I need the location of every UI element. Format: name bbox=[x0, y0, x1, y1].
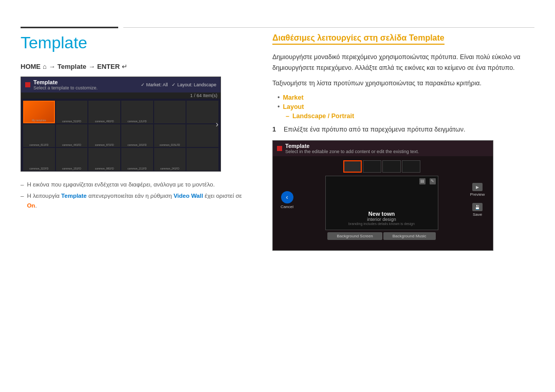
thumb-14[interactable]: common_981FD bbox=[88, 148, 120, 171]
cancel-label: Cancel bbox=[281, 204, 293, 209]
preview-text-overlay: New town interior design branding includ… bbox=[348, 211, 415, 226]
detail-thumbs-row bbox=[343, 160, 420, 173]
thumb-2-label: common_491FD bbox=[89, 120, 120, 123]
section-heading: Διαθέσιμες λειτουργίες στη σελίδα Templa… bbox=[272, 33, 445, 45]
thumb-1[interactable]: common_511FD bbox=[56, 101, 88, 123]
detail-red-square-icon bbox=[277, 146, 282, 151]
thumb-13-label: common_151FD bbox=[57, 167, 87, 170]
detail-header: Template Select in the editable zone to … bbox=[273, 141, 493, 156]
detail-main-area: ▤ ✎ New town interior design branding in… bbox=[301, 156, 462, 244]
sub-dash: – bbox=[286, 113, 289, 120]
thumb-9[interactable]: common_181FD bbox=[121, 124, 153, 147]
note-1-dash: – bbox=[21, 180, 24, 189]
thumb-2[interactable]: common_491FD bbox=[88, 101, 120, 123]
step-1-num: 1 bbox=[272, 126, 280, 133]
bullet-dot-2: • bbox=[278, 103, 280, 110]
thumb-8[interactable]: common_871FD bbox=[88, 124, 120, 147]
layout-label: Layout bbox=[283, 103, 304, 110]
count-bar: 1 / 64 Item(s) bbox=[21, 92, 220, 99]
layout-filter[interactable]: ✓ Layout: Landscape bbox=[172, 82, 216, 87]
landscape-portrait-label: Landscape / Portrait bbox=[292, 113, 354, 120]
next-arrow-button[interactable]: › bbox=[216, 120, 218, 129]
template-preview-image: ▤ ✎ New town interior design branding in… bbox=[325, 176, 438, 230]
template-ui-box: Template Select a template to customize.… bbox=[21, 77, 221, 172]
divider-right bbox=[123, 27, 534, 28]
template-ui-controls: ✓ Market: All ✓ Layout: Landscape bbox=[141, 82, 216, 87]
preview-top-icons: ▤ ✎ bbox=[419, 178, 436, 184]
preview-subtitle: interior design bbox=[348, 217, 415, 222]
thumb-15[interactable]: common_211FD bbox=[121, 148, 153, 171]
preview-label: Preview bbox=[470, 192, 485, 197]
my-template-thumb[interactable]: My template bbox=[23, 101, 55, 123]
right-column: Διαθέσιμες λειτουργίες στη σελίδα Templa… bbox=[272, 33, 534, 251]
template-ui-header: Template Select a template to customize.… bbox=[21, 77, 220, 92]
template-ui-title-text: Template bbox=[33, 79, 98, 85]
note-2-full-text: Η λειτουργία Template απενεργοποιείται ε… bbox=[27, 191, 252, 210]
detail-subtitle-text: Select in the editable zone to add conte… bbox=[285, 149, 419, 154]
template-breadcrumb-link[interactable]: Template bbox=[58, 63, 86, 70]
thumb-1-label: common_511FD bbox=[57, 120, 87, 123]
thumb-10-label: common_015LFD bbox=[155, 143, 186, 146]
detail-thumb-4[interactable] bbox=[402, 160, 420, 173]
market-filter[interactable]: ✓ Market: All bbox=[141, 82, 168, 87]
step-1: 1 Επιλέξτε ένα πρότυπο από τα παρεχόμενα… bbox=[272, 126, 534, 133]
note-2-dash: – bbox=[21, 191, 24, 210]
on-highlight: On bbox=[27, 202, 35, 209]
detail-left-controls: ‹ Cancel bbox=[273, 156, 301, 244]
detail-bottom-bar: Background Screen Background Music bbox=[327, 232, 435, 240]
bullet-list: • Market • Layout – Landscape / Portrait bbox=[278, 94, 534, 120]
thumb-6[interactable]: common_811FD bbox=[23, 124, 55, 147]
breadcrumb-arrow1: → bbox=[49, 63, 55, 70]
thumb-3[interactable]: common_12LFD bbox=[121, 101, 153, 123]
thumb-14-label: common_981FD bbox=[89, 167, 120, 170]
detail-right-controls: ▶ Preview 💾 Save bbox=[462, 156, 493, 244]
left-column: Template HOME ⌂ → Template → ENTER ↵ Tem… bbox=[21, 33, 252, 212]
thumb-4[interactable] bbox=[154, 101, 186, 123]
cancel-button-area[interactable]: ‹ Cancel bbox=[281, 191, 293, 209]
preview-icon-btn: ▶ bbox=[472, 183, 483, 191]
thumb-7[interactable]: common_441FD bbox=[56, 124, 88, 147]
detail-body: ‹ Cancel ▤ ✎ bbox=[273, 156, 493, 244]
divider-left bbox=[21, 27, 118, 28]
thumb-10[interactable]: common_015LFD bbox=[154, 124, 186, 147]
note-2: – Η λειτουργία Template απενεργοποιείται… bbox=[21, 191, 252, 210]
cancel-circle-icon: ‹ bbox=[281, 191, 293, 203]
detail-title-area: Template Select in the editable zone to … bbox=[277, 143, 419, 154]
thumb-16[interactable]: common_241FD bbox=[154, 148, 186, 171]
enter-label: ENTER bbox=[97, 63, 120, 70]
preview-icon-1[interactable]: ▤ bbox=[419, 178, 425, 184]
top-dividers bbox=[21, 27, 534, 28]
thumb-16-label: common_241FD bbox=[155, 167, 186, 170]
detail-title-text: Template bbox=[285, 143, 419, 149]
detail-thumb-1[interactable] bbox=[343, 160, 362, 173]
template-ui-title-area: Template Select a template to customize. bbox=[25, 79, 98, 90]
detail-thumb-2[interactable] bbox=[363, 160, 381, 173]
sub-bullet-landscape: – Landscape / Portrait bbox=[286, 113, 534, 120]
bullet-layout: • Layout bbox=[278, 103, 534, 110]
bg-screen-button[interactable]: Background Screen bbox=[327, 232, 382, 240]
thumb-13[interactable]: common_151FD bbox=[56, 148, 88, 171]
thumb-8-label: common_871FD bbox=[89, 143, 120, 146]
detail-thumb-3[interactable] bbox=[382, 160, 401, 173]
home-icon: ⌂ bbox=[43, 63, 47, 70]
thumb-17[interactable] bbox=[187, 148, 218, 171]
thumb-11[interactable] bbox=[187, 124, 218, 147]
red-square-icon bbox=[25, 82, 30, 87]
desc-text-2: Ταξινομήστε τη λίστα προτύπων χρησιμοποι… bbox=[272, 78, 534, 89]
thumb-12-label: common_322FD bbox=[24, 167, 54, 170]
template-ui-subtitle: Select a template to customize. bbox=[33, 85, 98, 90]
thumb-6-label: common_811FD bbox=[24, 143, 54, 146]
bg-music-button[interactable]: Background Music bbox=[383, 232, 436, 240]
bullet-dot-1: • bbox=[278, 94, 280, 101]
enter-icon: ↵ bbox=[122, 63, 127, 70]
thumb-5[interactable] bbox=[187, 101, 218, 123]
thumb-15-label: common_211FD bbox=[122, 167, 153, 170]
save-icon: 💾 bbox=[472, 203, 483, 211]
breadcrumb-arrow2: → bbox=[88, 63, 95, 70]
breadcrumb: HOME ⌂ → Template → ENTER ↵ bbox=[21, 63, 252, 70]
preview-icon-2[interactable]: ✎ bbox=[430, 178, 436, 184]
thumb-12[interactable]: common_322FD bbox=[23, 148, 55, 171]
thumb-3-label: common_12LFD bbox=[122, 120, 153, 123]
save-button[interactable]: 💾 Save bbox=[472, 203, 483, 217]
preview-button[interactable]: ▶ Preview bbox=[470, 183, 485, 197]
